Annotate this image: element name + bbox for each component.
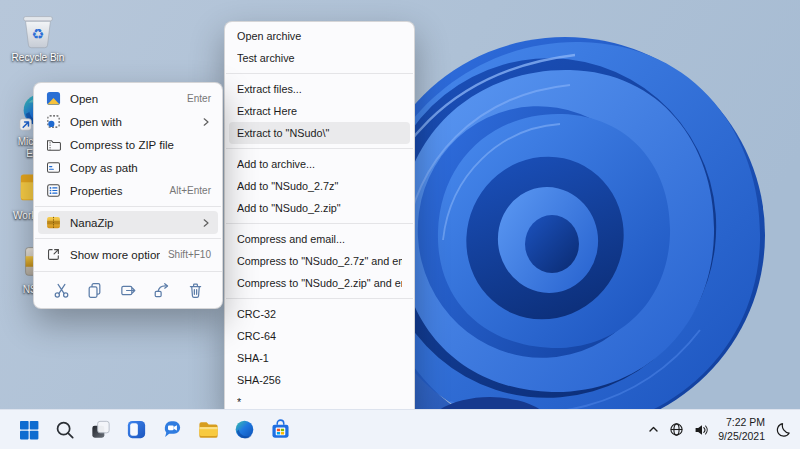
copy-icon[interactable] [83,278,107,302]
menu-item-shortcut: Shift+F10 [168,249,211,260]
menu-item-nanazip[interactable]: NanaZip [38,211,218,234]
menu-item-copy-as-path[interactable]: Copy as path [38,156,218,179]
taskbar-button-chat[interactable] [159,416,186,443]
chevron-right-icon [201,218,211,228]
clock-date: 9/25/2021 [718,430,765,444]
menu-item-label: Compress to "NSudo_2.7z" and email [237,255,402,267]
menu-item-label: Open [70,93,179,105]
taskbar-button-search[interactable] [51,416,78,443]
taskbar-button-file-explorer[interactable] [195,416,222,443]
submenu-item-test-archive[interactable]: Test archive [229,47,410,69]
delete-icon[interactable] [183,278,207,302]
submenu-item-open-archive[interactable]: Open archive [229,25,410,47]
submenu-item-extract-here[interactable]: Extract Here [229,100,410,122]
chevron-up-icon[interactable] [647,423,660,436]
taskbar-button-edge[interactable] [231,416,258,443]
menu-item-label: Open archive [237,30,402,42]
menu-separator [226,148,413,149]
menu-separator [226,73,413,74]
menu-item-label: Extract Here [237,105,402,117]
store-icon [269,418,292,441]
taskbar-button-store[interactable] [267,416,294,443]
properties-icon [45,183,61,199]
desktop-icon-recycle-bin[interactable]: ♻Recycle Bin [5,8,71,64]
menu-separator [226,223,413,224]
menu-item-properties[interactable]: PropertiesAlt+Enter [38,179,218,202]
context-menu: OpenEnterOpen withCompress to ZIP fileCo… [33,82,223,309]
menu-item-label: SHA-256 [237,374,402,386]
menu-item-label: Compress to ZIP file [70,139,211,151]
submenu-item-add-to-nsudo-2-zip[interactable]: Add to "NSudo_2.zip" [229,197,410,219]
widgets-icon [125,418,148,441]
task-view-icon [89,418,112,441]
menu-item-compress-to-zip-file[interactable]: Compress to ZIP file [38,133,218,156]
nanazip-submenu: Open archiveTest archiveExtract files...… [224,21,415,417]
taskbar: 7:22 PM 9/25/2021 [0,409,800,449]
menu-item-label: Compress to "NSudo_2.zip" and email [237,277,402,289]
submenu-item-crc-32[interactable]: CRC-32 [229,303,410,325]
menu-item-label: * [237,396,402,408]
menu-separator [226,298,413,299]
desktop-icon-label: Recycle Bin [12,52,65,64]
chat-icon [161,418,184,441]
menu-item-label: CRC-64 [237,330,402,342]
taskbar-button-start[interactable] [15,416,42,443]
menu-item-label: CRC-32 [237,308,402,320]
system-tray: 7:22 PM 9/25/2021 [647,416,800,443]
submenu-item-add-to-nsudo-2-7z[interactable]: Add to "NSudo_2.7z" [229,175,410,197]
submenu-item-extract-to-nsudo[interactable]: Extract to "NSudo\" [229,122,410,144]
app-icon [45,91,61,107]
menu-item-label: Compress and email... [237,233,402,245]
quick-action-row [34,271,222,304]
zip-folder-icon [45,137,61,153]
submenu-item-compress-and-email[interactable]: Compress and email... [229,228,410,250]
file-explorer-icon [197,418,220,441]
menu-item-shortcut: Alt+Enter [170,185,211,196]
network-icon[interactable] [669,422,684,437]
submenu-item-add-to-archive[interactable]: Add to archive... [229,153,410,175]
menu-item-label: Open with [70,116,193,128]
menu-item-shortcut: Enter [187,93,211,104]
share-icon[interactable] [150,278,174,302]
menu-item-label: Add to "NSudo_2.zip" [237,202,402,214]
recycle-bin-icon: ♻ [17,8,59,50]
open-with-icon [45,114,61,130]
clock-time: 7:22 PM [718,416,765,430]
menu-item-label: Properties [70,185,162,197]
submenu-item-extract-files[interactable]: Extract files... [229,78,410,100]
submenu-item-sha-1[interactable]: SHA-1 [229,347,410,369]
taskbar-button-task-view[interactable] [87,416,114,443]
volume-icon[interactable] [693,422,709,438]
menu-item-label: Show more options [70,249,160,261]
menu-item-label: Copy as path [70,162,211,174]
cut-icon[interactable] [49,278,73,302]
moon-icon[interactable] [774,422,790,438]
search-icon [54,419,76,441]
menu-item-label: NanaZip [70,217,193,229]
svg-text:♻: ♻ [32,26,45,42]
menu-item-label: Extract files... [237,83,402,95]
menu-item-open[interactable]: OpenEnter [38,87,218,110]
windows-desktop: ♻Recycle BinMicrosoft EdgeWorkspaceNSudo… [0,0,800,449]
nanazip-icon [45,215,61,231]
submenu-item-crc-64[interactable]: CRC-64 [229,325,410,347]
menu-separator [35,206,221,207]
taskbar-clock[interactable]: 7:22 PM 9/25/2021 [718,416,765,443]
taskbar-button-widgets[interactable] [123,416,150,443]
menu-separator [35,238,221,239]
edge-icon [233,418,256,441]
submenu-item-compress-to-nsudo-2-7z-and-email[interactable]: Compress to "NSudo_2.7z" and email [229,250,410,272]
show-more-icon [45,247,61,263]
menu-item-label: Extract to "NSudo\" [237,127,402,139]
copy-path-icon [45,160,61,176]
rename-icon[interactable] [116,278,140,302]
menu-item-label: Add to "NSudo_2.7z" [237,180,402,192]
menu-item-show-more-options[interactable]: Show more optionsShift+F10 [38,243,218,266]
menu-item-label: SHA-1 [237,352,402,364]
menu-item-label: Add to archive... [237,158,402,170]
menu-item-label: Test archive [237,52,402,64]
menu-item-open-with[interactable]: Open with [38,110,218,133]
start-icon [17,418,41,442]
submenu-item-sha-256[interactable]: SHA-256 [229,369,410,391]
submenu-item-compress-to-nsudo-2-zip-and-email[interactable]: Compress to "NSudo_2.zip" and email [229,272,410,294]
